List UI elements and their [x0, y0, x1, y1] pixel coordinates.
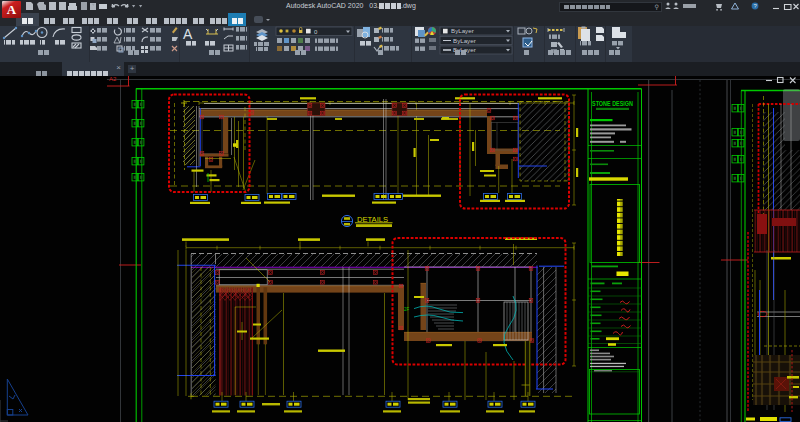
svg-text:2F: 2F [404, 307, 410, 312]
svg-text:STONE DESIGN: STONE DESIGN [592, 100, 633, 107]
svg-text:ByLayer: ByLayer [451, 27, 474, 34]
svg-text:A: A [183, 26, 193, 42]
svg-text:DETAILS: DETAILS [357, 215, 388, 224]
svg-text:A2: A2 [109, 76, 117, 82]
